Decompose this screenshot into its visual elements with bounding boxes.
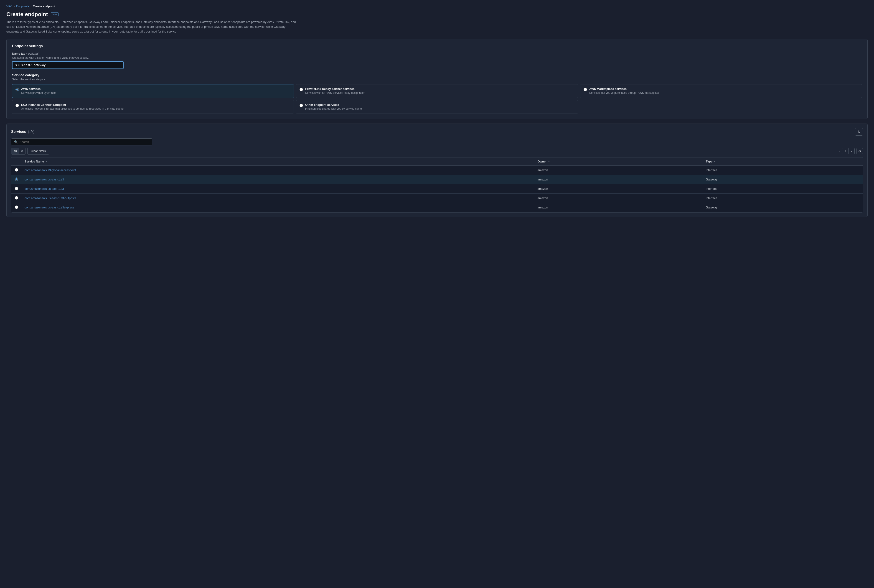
radio-ec2-connect-desc: An elastic network interface that allow … [21,107,124,111]
radio-other-desc: Find services shared with you by service… [305,107,362,111]
breadcrumb-chevron-2: › [30,5,32,8]
table-row[interactable]: com.amazonaws.us-east-1.s3amazonInterfac… [11,184,863,194]
col-type[interactable]: Type ▼ [703,158,863,166]
radio-ec2-connect[interactable] [15,104,19,107]
row-radio-1[interactable] [15,177,18,181]
row-service-name: com.amazonaws.us-east-1.s3express [21,203,535,212]
breadcrumb-chevron-1: › [14,5,15,8]
col-select [11,158,21,166]
col-owner[interactable]: Owner ▼ [535,158,703,166]
col-service-name[interactable]: Service Name ▼ [21,158,535,166]
search-input[interactable] [20,140,149,144]
radio-option-other[interactable]: Other endpoint services Find services sh… [296,100,578,114]
row-owner: amazon [535,184,703,194]
refresh-button[interactable]: ↻ [855,128,863,136]
service-category-row2: EC2 Instance Connect Endpoint An elastic… [12,100,862,114]
page-description: There are three types of VPC endpoints –… [6,20,298,34]
row-select-cell[interactable] [11,203,21,212]
refresh-icon: ↻ [857,130,860,134]
row-service-name: com.amazonaws.us-east-1.s3 [21,175,535,184]
radio-aws-services-title: AWS services [21,87,57,91]
row-radio-0[interactable] [15,168,18,172]
services-title: Services [11,130,26,134]
breadcrumb-vpc[interactable]: VPC [6,4,12,8]
service-category-title: Service category [12,73,862,77]
chevron-right-icon: › [851,149,852,153]
settings-icon: ⚙ [858,149,861,153]
service-category-subtitle: Select the service category [12,78,862,81]
table-row[interactable]: com.amazonaws.us-east-1.s3-outpostsamazo… [11,194,863,203]
radio-ec2-connect-title: EC2 Instance Connect Endpoint [21,103,124,106]
row-radio-3[interactable] [15,196,18,200]
filter-tag: s3 ✕ [11,148,26,154]
filter-tag-remove-button[interactable]: ✕ [19,148,25,154]
filter-row: s3 ✕ Clear filters ‹ 1 › ⚙ [11,148,863,154]
row-type: Gateway [703,175,863,184]
endpoint-settings-card: Endpoint settings Name tag - optional Cr… [6,39,868,119]
services-header: Services (1/5) ↻ [11,128,863,136]
search-icon: 🔍 [14,140,18,144]
radio-other[interactable] [300,104,303,107]
radio-marketplace-title: AWS Marketplace services [589,87,659,91]
table-header: Service Name ▼ Owner ▼ Type ▼ [11,158,863,166]
sort-service-name-icon: ▼ [45,160,47,163]
name-tag-label: Name tag - optional [12,52,862,55]
service-category-row1: AWS services Services provided by Amazon… [12,84,862,98]
row-owner: amazon [535,175,703,184]
row-select-cell[interactable] [11,165,21,175]
row-service-name: com.amazonaws.s3-global.accesspoint [21,165,535,175]
name-tag-input[interactable] [12,61,123,69]
radio-option-ec2-connect[interactable]: EC2 Instance Connect Endpoint An elastic… [12,100,294,114]
prev-page-button[interactable]: ‹ [836,148,843,154]
radio-aws-services[interactable] [15,88,19,91]
next-page-button[interactable]: › [848,148,854,154]
search-bar[interactable]: 🔍 [11,138,152,146]
info-button[interactable]: Info [51,12,59,16]
row-select-cell[interactable] [11,194,21,203]
radio-aws-services-desc: Services provided by Amazon [21,91,57,95]
services-table: Service Name ▼ Owner ▼ Type ▼ [11,158,863,212]
radio-option-marketplace[interactable]: AWS Marketplace services Services that y… [580,84,862,98]
radio-privatelink-desc: Services with an AWS Service Ready desig… [305,91,365,95]
radio-privatelink-title: PrivateLink Ready partner services [305,87,365,91]
column-settings-button[interactable]: ⚙ [856,148,863,154]
services-tbody: com.amazonaws.s3-global.accesspointamazo… [11,165,863,212]
sort-owner-icon: ▼ [548,160,550,163]
row-type: Gateway [703,203,863,212]
radio-privatelink[interactable] [300,88,303,91]
pagination-right: ‹ 1 › ⚙ [836,148,863,154]
radio-marketplace[interactable] [584,88,587,91]
filter-left: s3 ✕ Clear filters [11,148,49,154]
row-select-cell[interactable] [11,184,21,194]
row-radio-2[interactable] [15,187,18,190]
row-owner: amazon [535,194,703,203]
radio-option-privatelink[interactable]: PrivateLink Ready partner services Servi… [296,84,578,98]
endpoint-settings-title: Endpoint settings [12,44,862,48]
table-row[interactable]: com.amazonaws.us-east-1.s3amazonGateway [11,175,863,184]
table-row[interactable]: com.amazonaws.s3-global.accesspointamazo… [11,165,863,175]
radio-marketplace-desc: Services that you've purchased through A… [589,91,659,95]
breadcrumb-current: Create endpoint [33,4,55,8]
row-owner: amazon [535,203,703,212]
name-tag-hint: Creates a tag with a key of 'Name' and a… [12,56,862,59]
radio-other-title: Other endpoint services [305,103,362,106]
row-type: Interface [703,165,863,175]
breadcrumb-endpoints[interactable]: Endpoints [16,4,29,8]
page-title: Create endpoint [6,11,48,18]
radio-option-aws-services[interactable]: AWS services Services provided by Amazon [12,84,294,98]
services-table-wrapper: Service Name ▼ Owner ▼ Type ▼ [11,157,863,213]
page-number: 1 [845,149,847,153]
table-row[interactable]: com.amazonaws.us-east-1.s3expressamazonG… [11,203,863,212]
row-service-name: com.amazonaws.us-east-1.s3 [21,184,535,194]
sort-type-icon: ▼ [713,160,716,163]
row-type: Interface [703,184,863,194]
row-service-name: com.amazonaws.us-east-1.s3-outposts [21,194,535,203]
breadcrumb: VPC › Endpoints › Create endpoint [6,4,868,8]
clear-filters-button[interactable]: Clear filters [27,148,49,154]
row-radio-4[interactable] [15,206,18,209]
row-select-cell[interactable] [11,175,21,184]
services-count: (1/5) [28,130,35,134]
row-owner: amazon [535,165,703,175]
filter-tag-label: s3 [11,148,19,154]
chevron-left-icon: ‹ [839,149,840,153]
